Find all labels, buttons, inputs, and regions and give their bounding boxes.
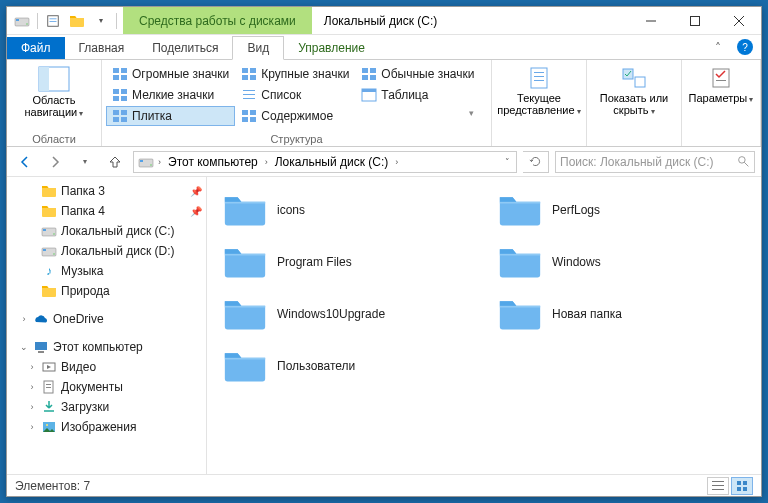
layout-icon xyxy=(112,108,128,124)
nav-label: Музыка xyxy=(61,264,103,278)
music-icon: ♪ xyxy=(41,263,57,279)
svg-rect-12 xyxy=(39,67,49,91)
folder-tile[interactable]: Пользователи xyxy=(219,343,474,389)
breadcrumb[interactable]: › Этот компьютер › Локальный диск (C:) ›… xyxy=(133,151,517,173)
contextual-tab-header: Средства работы с дисками xyxy=(123,7,312,34)
close-button[interactable] xyxy=(717,7,761,34)
view-details-button[interactable] xyxy=(707,477,729,495)
folder-tile[interactable]: PerfLogs xyxy=(494,187,749,233)
refresh-button[interactable] xyxy=(523,151,549,173)
pin-icon: 📌 xyxy=(190,186,202,197)
options-button[interactable]: Параметры xyxy=(686,62,756,105)
tab-file[interactable]: Файл xyxy=(7,37,65,59)
svg-rect-27 xyxy=(35,342,47,350)
maximize-button[interactable] xyxy=(673,7,717,34)
qat-properties-icon[interactable] xyxy=(42,10,64,32)
computer-icon xyxy=(33,339,49,355)
layout-details[interactable]: Таблица xyxy=(355,85,480,105)
layout-extra-large-icons[interactable]: Огромные значки xyxy=(106,64,235,84)
nav-item-music[interactable]: ♪Музыка xyxy=(7,261,206,281)
nav-up-button[interactable] xyxy=(103,150,127,174)
nav-label: Папка 4 xyxy=(61,204,105,218)
view-tiles-button[interactable] xyxy=(731,477,753,495)
folder-tile[interactable]: Windows10Upgrade xyxy=(219,291,474,337)
qat-newfolder-icon[interactable] xyxy=(66,10,88,32)
svg-rect-9 xyxy=(50,21,57,22)
svg-rect-17 xyxy=(362,89,376,92)
folder-name: Program Files xyxy=(277,255,352,269)
folder-name: Windows xyxy=(552,255,601,269)
expander-icon[interactable]: › xyxy=(27,402,37,412)
nav-item-documents[interactable]: ›Документы xyxy=(7,377,206,397)
nav-item-folder[interactable]: Папка 4📌 xyxy=(7,201,206,221)
system-menu-icon[interactable] xyxy=(11,10,33,32)
layout-medium-icons[interactable]: Обычные значки xyxy=(355,64,480,84)
tab-view[interactable]: Вид xyxy=(232,36,284,60)
breadcrumb-segment-drive[interactable]: Локальный диск (C:) xyxy=(272,155,392,169)
layout-more[interactable]: ▾ xyxy=(463,106,480,120)
svg-rect-24 xyxy=(713,69,729,87)
nav-item-this-pc[interactable]: ⌄Этот компьютер xyxy=(7,337,206,357)
expander-icon[interactable]: › xyxy=(27,362,37,372)
layout-list[interactable]: Список xyxy=(235,85,355,105)
folder-tile[interactable]: Windows xyxy=(494,239,749,285)
folder-tile[interactable]: icons xyxy=(219,187,474,233)
group-label: Структура xyxy=(106,132,487,146)
folder-tile[interactable]: Program Files xyxy=(219,239,474,285)
chevron-right-icon[interactable]: › xyxy=(393,157,400,167)
folder-tile[interactable]: Новая папка xyxy=(494,291,749,337)
show-hide-button[interactable]: Показать или скрыть xyxy=(591,62,677,117)
nav-history-dropdown[interactable]: ▾ xyxy=(73,150,97,174)
breadcrumb-segment-this-pc[interactable]: Этот компьютер xyxy=(165,155,261,169)
layout-large-icons[interactable]: Крупные значки xyxy=(235,64,355,84)
layout-label: Содержимое xyxy=(261,109,333,123)
nav-label: Природа xyxy=(61,284,110,298)
layout-small-icons[interactable]: Мелкие значки xyxy=(106,85,235,105)
layout-tiles[interactable]: Плитка xyxy=(106,106,235,126)
qat-customize-icon[interactable]: ▾ xyxy=(90,10,112,32)
nav-item-video[interactable]: ›Видео xyxy=(7,357,206,377)
nav-item-downloads[interactable]: ›Загрузки xyxy=(7,397,206,417)
tab-home[interactable]: Главная xyxy=(65,37,139,59)
drive-icon xyxy=(41,243,57,259)
pin-icon: 📌 xyxy=(190,206,202,217)
expander-icon[interactable]: › xyxy=(27,382,37,392)
folder-name: icons xyxy=(277,203,305,217)
separator xyxy=(37,13,38,29)
search-box[interactable] xyxy=(555,151,755,173)
tab-share[interactable]: Поделиться xyxy=(138,37,232,59)
layout-icon xyxy=(241,87,257,103)
nav-label: Локальный диск (D:) xyxy=(61,244,175,258)
tab-manage[interactable]: Управление xyxy=(284,37,379,59)
chevron-right-icon[interactable]: › xyxy=(263,157,270,167)
nav-forward-button[interactable] xyxy=(43,150,67,174)
collapse-ribbon-icon[interactable]: ˄ xyxy=(707,37,729,59)
svg-rect-19 xyxy=(534,72,544,73)
expander-icon[interactable]: › xyxy=(27,422,37,432)
expander-icon[interactable]: › xyxy=(19,314,29,324)
current-view-button[interactable]: Текущее представление xyxy=(496,62,582,117)
ribbon-group-show-hide: Показать или скрыть xyxy=(587,60,682,146)
chevron-right-icon[interactable]: › xyxy=(156,157,163,167)
search-input[interactable] xyxy=(560,155,737,169)
minimize-button[interactable] xyxy=(629,7,673,34)
layout-content[interactable]: Содержимое xyxy=(235,106,355,126)
folder-name: Новая папка xyxy=(552,307,622,321)
navigation-pane-label: Область навигации xyxy=(11,94,97,119)
nav-item-drive-c[interactable]: Локальный диск (C:) xyxy=(7,221,206,241)
breadcrumb-dropdown-icon[interactable]: ˅ xyxy=(503,157,512,167)
file-list[interactable]: icons PerfLogs Program Files Windows Win… xyxy=(207,177,761,474)
nav-label: Изображения xyxy=(61,420,136,434)
nav-item-pictures[interactable]: ›Изображения xyxy=(7,417,206,437)
nav-item-folder[interactable]: Папка 3📌 xyxy=(7,181,206,201)
navigation-pane-button[interactable]: Область навигации xyxy=(11,62,97,119)
folder-icon xyxy=(498,191,542,229)
svg-rect-15 xyxy=(243,98,255,99)
layout-label: Плитка xyxy=(132,109,172,123)
nav-item-drive-d[interactable]: Локальный диск (D:) xyxy=(7,241,206,261)
nav-item-folder[interactable]: Природа xyxy=(7,281,206,301)
nav-item-onedrive[interactable]: ›OneDrive xyxy=(7,309,206,329)
nav-back-button[interactable] xyxy=(13,150,37,174)
help-icon[interactable]: ? xyxy=(737,39,753,55)
expander-icon[interactable]: ⌄ xyxy=(19,342,29,352)
